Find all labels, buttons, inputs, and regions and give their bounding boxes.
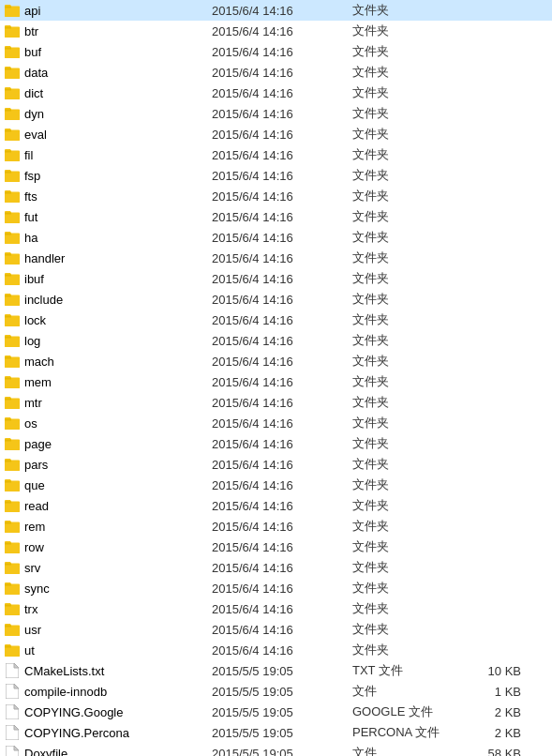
file-name: mtr — [24, 396, 212, 410]
svg-rect-37 — [5, 378, 11, 380]
svg-rect-50 — [5, 522, 20, 533]
table-row[interactable]: fut2015/6/4 14:16文件夹 — [0, 206, 552, 227]
table-row[interactable]: sync2015/6/4 14:16文件夹 — [0, 578, 552, 598]
table-row[interactable]: data2015/6/4 14:16文件夹 — [0, 62, 552, 83]
table-row[interactable]: ibuf2015/6/4 14:16文件夹 — [0, 268, 552, 289]
svg-rect-52 — [5, 543, 20, 553]
table-row[interactable]: srv2015/6/4 14:16文件夹 — [0, 557, 552, 578]
svg-rect-34 — [5, 357, 20, 368]
file-date: 2015/6/4 14:16 — [212, 643, 352, 658]
table-row[interactable]: log2015/6/4 14:16文件夹 — [0, 330, 552, 351]
file-icon — [4, 745, 21, 756]
file-icon — [4, 703, 21, 720]
file-name: read — [24, 499, 212, 513]
file-name: srv — [24, 561, 212, 575]
table-row[interactable]: fsp2015/6/4 14:16文件夹 — [0, 165, 552, 186]
table-row[interactable]: dyn2015/6/4 14:16文件夹 — [0, 103, 552, 124]
file-name: log — [24, 334, 212, 348]
file-name: handler — [24, 251, 212, 265]
table-row[interactable]: ut2015/6/4 14:16文件夹 — [0, 640, 552, 660]
svg-rect-42 — [5, 440, 20, 450]
folder-icon — [4, 126, 21, 143]
table-row[interactable]: lock2015/6/4 14:16文件夹 — [0, 310, 552, 330]
svg-rect-12 — [5, 130, 20, 141]
table-row[interactable]: que2015/6/4 14:16文件夹 — [0, 475, 552, 495]
table-row[interactable]: ha2015/6/4 14:16文件夹 — [0, 227, 552, 248]
table-row[interactable]: mtr2015/6/4 14:16文件夹 — [0, 392, 552, 413]
table-row[interactable]: read2015/6/4 14:16文件夹 — [0, 495, 552, 516]
folder-icon — [4, 291, 21, 308]
file-name: Doxyfile — [24, 747, 212, 757]
svg-rect-44 — [5, 461, 20, 471]
svg-rect-19 — [5, 192, 11, 194]
table-row[interactable]: COPYING.Percona2015/5/5 19:05PERCONA 文件2… — [0, 722, 552, 743]
svg-rect-45 — [5, 461, 11, 462]
folder-icon — [4, 2, 21, 19]
file-date: 2015/6/4 14:16 — [212, 561, 352, 575]
file-date: 2015/6/4 14:16 — [212, 582, 352, 596]
table-row[interactable]: fts2015/6/4 14:16文件夹 — [0, 186, 552, 206]
svg-rect-16 — [5, 172, 20, 182]
svg-rect-35 — [5, 357, 11, 359]
table-row[interactable]: rem2015/6/4 14:16文件夹 — [0, 516, 552, 537]
svg-rect-33 — [5, 337, 11, 339]
svg-rect-47 — [5, 481, 11, 483]
table-row[interactable]: dict2015/6/4 14:16文件夹 — [0, 83, 552, 103]
table-row[interactable]: CMakeLists.txt2015/5/5 19:05TXT 文件10 KB — [0, 660, 552, 681]
svg-rect-17 — [5, 172, 11, 174]
table-row[interactable]: fil2015/6/4 14:16文件夹 — [0, 144, 552, 165]
file-date: 2015/6/4 14:16 — [212, 4, 352, 18]
file-list: api2015/6/4 14:16文件夹 btr2015/6/4 14:16文件… — [0, 0, 552, 756]
svg-rect-20 — [5, 213, 20, 223]
file-name: fut — [24, 210, 212, 224]
table-row[interactable]: buf2015/6/4 14:16文件夹 — [0, 41, 552, 62]
table-row[interactable]: handler2015/6/4 14:16文件夹 — [0, 248, 552, 268]
file-name: eval — [24, 128, 212, 142]
file-date: 2015/5/5 19:05 — [212, 705, 352, 719]
file-type: 文件夹 — [352, 621, 465, 638]
table-row[interactable]: os2015/6/4 14:16文件夹 — [0, 413, 552, 433]
file-date: 2015/6/4 14:16 — [212, 251, 352, 265]
folder-icon — [4, 64, 21, 81]
file-size: 2 KB — [465, 726, 521, 740]
file-name: dyn — [24, 107, 212, 121]
table-row[interactable]: compile-innodb2015/5/5 19:05文件1 KB — [0, 681, 552, 702]
file-name: sync — [24, 582, 212, 596]
table-row[interactable]: trx2015/6/4 14:16文件夹 — [0, 598, 552, 619]
svg-rect-9 — [5, 89, 11, 91]
table-row[interactable]: eval2015/6/4 14:16文件夹 — [0, 124, 552, 144]
file-date: 2015/6/4 14:16 — [212, 396, 352, 410]
file-name: compile-innodb — [24, 685, 212, 699]
table-row[interactable]: btr2015/6/4 14:16文件夹 — [0, 21, 552, 41]
file-name: usr — [24, 623, 212, 637]
file-icon — [4, 662, 21, 679]
file-date: 2015/6/4 14:16 — [212, 520, 352, 534]
file-name: fts — [24, 189, 212, 204]
table-row[interactable]: mach2015/6/4 14:16文件夹 — [0, 351, 552, 371]
svg-rect-63 — [5, 646, 11, 648]
table-row[interactable]: COPYING.Google2015/5/5 19:05GOOGLE 文件2 K… — [0, 702, 552, 722]
folder-icon — [4, 559, 21, 576]
table-row[interactable]: row2015/6/4 14:16文件夹 — [0, 537, 552, 557]
svg-rect-13 — [5, 130, 11, 132]
svg-rect-28 — [5, 295, 20, 306]
table-row[interactable]: page2015/6/4 14:16文件夹 — [0, 433, 552, 454]
table-row[interactable]: pars2015/6/4 14:16文件夹 — [0, 454, 552, 475]
table-row[interactable]: usr2015/6/4 14:16文件夹 — [0, 619, 552, 640]
svg-rect-60 — [5, 626, 20, 636]
file-name: include — [24, 293, 212, 307]
folder-icon — [4, 146, 21, 163]
file-name: buf — [24, 45, 212, 59]
svg-rect-46 — [5, 481, 20, 491]
file-type: 文件夹 — [352, 105, 465, 122]
table-row[interactable]: include2015/6/4 14:16文件夹 — [0, 289, 552, 310]
folder-icon — [4, 580, 21, 597]
folder-icon — [4, 642, 21, 658]
table-row[interactable]: api2015/6/4 14:16文件夹 — [0, 0, 552, 21]
svg-rect-43 — [5, 440, 11, 442]
table-row[interactable]: Doxyfile2015/5/5 19:05文件58 KB — [0, 743, 552, 756]
table-row[interactable]: mem2015/6/4 14:16文件夹 — [0, 371, 552, 392]
svg-rect-56 — [5, 584, 20, 595]
file-size: 58 KB — [465, 747, 521, 757]
file-name: ha — [24, 231, 212, 245]
